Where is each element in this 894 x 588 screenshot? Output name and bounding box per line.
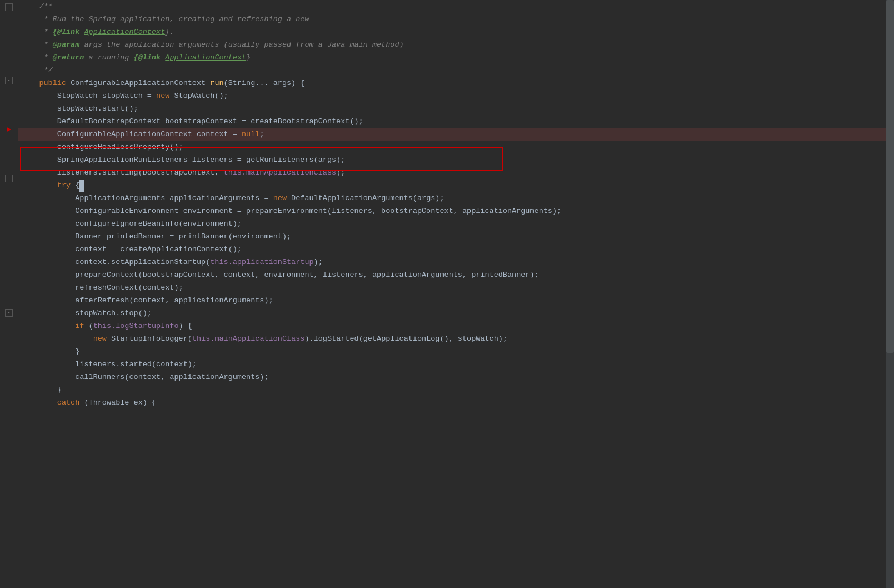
keyword-try: try [57,181,71,190]
plain: context = createApplicationContext(); [75,245,242,253]
gutter-cell-13 [0,147,18,159]
gutter-cell-4 [0,37,18,49]
code-col-8: StopWatch stopWatch = new StopWatch(); [18,89,886,102]
code-col-27: new StartupInfoLogger(this.mainApplicati… [18,332,886,345]
comment-link: ApplicationContext [84,28,165,36]
plain: SpringApplicationRunListeners listeners … [57,156,345,164]
code-col-13: SpringApplicationRunListeners listeners … [18,153,886,166]
table-row: * {@link ApplicationContext}. [18,26,886,38]
table-row: context = createApplicationContext(); [18,243,886,256]
code-col-32: catch (Throwable ex) { [18,396,886,409]
field-ref: this.mainApplicationClass [192,335,305,343]
plain: String... args) { [228,79,305,87]
code-col-21: context.setApplicationStartup(this.appli… [18,256,886,268]
right-gutter [886,0,894,588]
plain: ) { [179,322,192,330]
editor-container: - - ► [0,0,894,588]
plain: configureIgnoreBeanInfo(environment); [75,220,242,228]
debug-arrow: ► [7,125,11,134]
plain: callRunners(context, applicationArgument… [75,373,268,381]
plain: ); [314,258,323,266]
fold-icon-1[interactable]: - [5,3,13,11]
code-col-2: * Run the Spring application, creating a… [18,13,886,26]
code-col-3: * {@link ApplicationContext}. [18,26,886,38]
code-col-26: if (this.logStartupInfo) { [18,320,886,332]
plain: StopWatch(); [169,92,228,100]
gutter-cell-17 [0,196,18,208]
gutter-cell-12 [0,134,18,147]
keyword-new: new [156,92,169,100]
keyword-if: if [75,322,84,330]
plain: { [71,181,79,190]
comment-span: * [21,53,53,62]
gutter-cell-14 [0,159,18,171]
field-ref: this.mainApplicationClass [224,168,337,177]
table-row: afterRefresh(context, applicationArgumen… [18,294,886,307]
code-col-30: callRunners(context, applicationArgument… [18,371,886,383]
table-row: * @return a running {@link ApplicationCo… [18,51,886,64]
gutter-cell-15: - [0,171,18,183]
gutter-cell-29 [0,342,18,355]
code-col-31: } [18,383,886,396]
gutter-cell-11: ► [0,122,18,134]
code-col-20: context = createApplicationContext(); [18,243,886,256]
keyword-catch: catch [57,398,80,407]
method-name: run [210,79,223,87]
plain: ConfigurableApplicationContext context = [57,130,242,138]
scrollbar-thumb[interactable] [886,0,894,353]
plain: ( [224,79,228,87]
code-col-29: listeners.started(context); [18,358,886,371]
comment-span: * [21,28,53,36]
code-col-17: ConfigurableEnvironment environment = pr… [18,205,886,217]
null-keyword: null [242,130,259,138]
comment-tag: {@link [134,53,161,62]
plain: stopWatch.start(); [57,104,138,113]
gutter-cell-16 [0,183,18,196]
field-ref: this.logStartupInfo [93,322,179,330]
table-row: stopWatch.start(); [18,102,886,115]
fold-icon-15[interactable]: - [5,175,13,182]
table-row: Banner printedBanner = printBanner(envir… [18,230,886,243]
code-col-24: afterRefresh(context, applicationArgumen… [18,294,886,307]
gutter-cell-28 [0,330,18,342]
code-col-11: ConfigurableApplicationContext context =… [18,128,886,141]
table-row: ConfigurableApplicationContext context =… [18,128,886,141]
plain: StopWatch stopWatch = [57,92,156,100]
keyword-new: new [273,194,287,202]
gutter-cell-22 [0,257,18,269]
gutter-cell-21 [0,245,18,257]
table-row: context.setApplicationStartup(this.appli… [18,256,886,268]
gutter-cell-24 [0,281,18,293]
gutter-cell-3 [0,24,18,37]
table-row: try { [18,179,886,192]
plain: } [75,347,79,356]
gutter-cell-10 [0,110,18,122]
table-row: * @param args the application arguments … [18,38,886,51]
gutter-cell-2 [0,12,18,24]
code-col-10: DefaultBootstrapContext bootstrapContext… [18,115,886,128]
comment-span: /** [21,2,53,11]
gutter-cell-27 [0,318,18,330]
plain: configureHeadlessProperty(); [57,143,183,151]
fold-icon-26[interactable]: - [5,309,13,317]
comment-span: a running [84,53,133,62]
field-ref: this.applicationStartup [210,258,313,266]
keyword-new: new [93,335,107,343]
gutter-cell-30 [0,355,18,367]
plain: (Throwable ex) { [79,398,156,407]
table-row: */ [18,64,886,77]
table-row: stopWatch.stop(); [18,307,886,320]
gutter-cell-31 [0,367,18,379]
code-col-6: */ [18,64,886,77]
gutter-cell-25 [0,293,18,306]
comment-tag: @param [53,41,80,49]
table-row: configureHeadlessProperty(); [18,141,886,153]
plain: ; [259,130,264,138]
comment-span: args the application arguments (usually … [79,41,403,49]
table-row: SpringApplicationRunListeners listeners … [18,153,886,166]
plain: ); [336,168,345,177]
table-row: ConfigurableEnvironment environment = pr… [18,205,886,217]
plain: } [57,386,62,394]
fold-icon-7[interactable]: - [5,77,13,84]
code-col-1: /** [18,0,886,13]
